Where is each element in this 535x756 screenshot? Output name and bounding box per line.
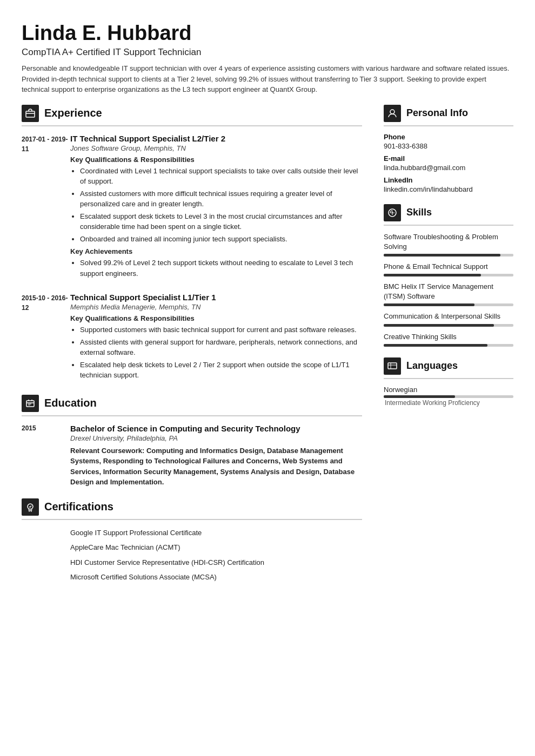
experience-icon	[22, 105, 39, 122]
personal-info-header: Personal Info	[384, 105, 513, 126]
svg-point-6	[392, 212, 393, 213]
skill-item-2: Phone & Email Technical Support	[384, 262, 513, 276]
skill-bar-bg-3	[384, 303, 513, 306]
skill-name-3: BMC Helix IT Service Management (ITSM) S…	[384, 282, 513, 301]
phone-block: Phone 901-833-6388	[384, 133, 513, 150]
experience-section-header: Experience	[22, 105, 362, 126]
svg-point-4	[390, 110, 394, 114]
language-proficiency-1: Intermediate Working Proficiency	[384, 399, 513, 407]
languages-section: Languages Norwegian Intermediate Working…	[384, 357, 513, 407]
skills-icon	[384, 204, 401, 221]
education-icon	[22, 395, 39, 412]
linkedin-block: LinkedIn linkedin.com/in/lindahubbard	[384, 176, 513, 193]
skills-header: Skills	[384, 204, 513, 226]
cert-item-3: HDI Customer Service Representative (HDI…	[70, 557, 362, 568]
skill-name-1: Software Troubleshooting & Problem Solvi…	[384, 232, 513, 252]
language-item-1: Norwegian Intermediate Working Proficien…	[384, 386, 513, 407]
exp-achieve-heading-1: Key Achievements	[70, 247, 362, 255]
certifications-section-header: Certifications	[22, 498, 362, 520]
email-value: linda.hubbard@gmail.com	[384, 164, 513, 172]
exp-qual-item: Onboarded and trained all incoming junio…	[80, 234, 362, 245]
experience-label: Experience	[44, 107, 102, 119]
svg-rect-7	[388, 363, 397, 369]
cert-item-2: AppleCare Mac Technician (ACMT)	[70, 542, 362, 553]
coursework-label: Relevant Coursework:	[70, 447, 144, 455]
exp-qual-item: Supported customers with basic technical…	[80, 325, 362, 335]
certifications-list: Google IT Support Professional Certifica…	[22, 528, 362, 583]
cert-item-1: Google IT Support Professional Certifica…	[70, 528, 362, 538]
svg-rect-0	[26, 111, 35, 117]
exp-date-2: 2015-10 - 2016-12	[22, 293, 70, 384]
personal-info-section: Personal Info Phone 901-833-6388 E-mail …	[384, 105, 513, 193]
header: Linda E. Hubbard CompTIA A+ Certified IT…	[22, 22, 513, 95]
certifications-icon	[22, 498, 39, 516]
skill-item-5: Creative Thinking Skills	[384, 332, 513, 347]
exp-qual-heading-1: Key Qualifications & Responsibilities	[70, 156, 362, 164]
skills-label: Skills	[406, 207, 432, 218]
exp-company-1: Jones Software Group, Memphis, TN	[70, 144, 362, 152]
exp-qual-list-1: Coordinated with Level 1 technical suppo…	[70, 166, 362, 245]
languages-icon	[384, 357, 401, 375]
skill-bar-fill-2	[384, 274, 481, 276]
cert-item-4: Microsoft Certified Solutions Associate …	[70, 572, 362, 583]
exp-qual-heading-2: Key Qualifications & Responsibilities	[70, 314, 362, 322]
skill-bar-bg-1	[384, 254, 513, 256]
exp-qual-item: Assisted clients with general support fo…	[80, 337, 362, 358]
skills-section: Skills Software Troubleshooting & Proble…	[384, 204, 513, 347]
personal-info-icon	[384, 105, 401, 122]
exp-date-1: 2017-01 - 2019-11	[22, 134, 70, 282]
experience-entry-1: 2017-01 - 2019-11 IT Technical Support S…	[22, 134, 362, 282]
exp-title-1: IT Technical Support Specialist L2/Tier …	[70, 134, 362, 143]
skill-item-4: Communication & Interpersonal Skills	[384, 312, 513, 326]
education-section-header: Education	[22, 395, 362, 416]
exp-achieve-item: Solved 99.2% of Level 2 tech support tic…	[80, 258, 362, 279]
linkedin-value: linkedin.com/in/lindahubbard	[384, 185, 513, 193]
skill-item-1: Software Troubleshooting & Problem Solvi…	[384, 232, 513, 256]
skill-bar-fill-5	[384, 344, 487, 347]
skill-bar-bg-4	[384, 324, 513, 327]
skill-bar-bg-5	[384, 344, 513, 347]
education-label: Education	[44, 397, 97, 409]
phone-value: 901-833-6388	[384, 142, 513, 150]
exp-qual-item: Escalated help desk tickets to Level 2 /…	[80, 360, 362, 381]
skill-name-4: Communication & Interpersonal Skills	[384, 312, 513, 321]
left-column: Experience 2017-01 - 2019-11 IT Technica…	[22, 105, 378, 735]
lang-bar-bg-1	[384, 395, 513, 398]
language-name-1: Norwegian	[384, 386, 513, 394]
skill-bar-fill-4	[384, 324, 494, 327]
exp-qual-item: Assisted customers with more difficult t…	[80, 188, 362, 210]
exp-achieve-list-1: Solved 99.2% of Level 2 tech support tic…	[70, 258, 362, 279]
candidate-name: Linda E. Hubbard	[22, 22, 513, 45]
resume-page: Linda E. Hubbard CompTIA A+ Certified IT…	[0, 0, 535, 756]
personal-info-label: Personal Info	[406, 107, 468, 119]
edu-title-1: Bachelor of Science in Computing and Sec…	[70, 424, 362, 433]
skill-name-2: Phone & Email Technical Support	[384, 262, 513, 272]
email-label: E-mail	[384, 154, 513, 163]
candidate-title: CompTIA A+ Certified IT Support Technici…	[22, 47, 513, 58]
phone-label: Phone	[384, 133, 513, 141]
linkedin-label: LinkedIn	[384, 176, 513, 184]
exp-body-2: Technical Support Specialist L1/Tier 1 M…	[70, 293, 362, 384]
edu-date-1: 2015	[22, 424, 70, 488]
skill-item-3: BMC Helix IT Service Management (ITSM) S…	[384, 282, 513, 306]
exp-company-2: Memphis Media Menagerie, Memphis, TN	[70, 303, 362, 311]
skill-bar-fill-3	[384, 303, 474, 306]
skill-name-5: Creative Thinking Skills	[384, 332, 513, 342]
experience-entry-2: 2015-10 - 2016-12 Technical Support Spec…	[22, 293, 362, 384]
edu-institution-1: Drexel University, Philadelphia, PA	[70, 434, 362, 442]
exp-body-1: IT Technical Support Specialist L2/Tier …	[70, 134, 362, 282]
exp-qual-list-2: Supported customers with basic technical…	[70, 325, 362, 381]
languages-header: Languages	[384, 357, 513, 379]
edu-body-1: Bachelor of Science in Computing and Sec…	[70, 424, 362, 488]
certifications-label: Certifications	[44, 501, 113, 513]
exp-qual-item: Escalated support desk tickets to Level …	[80, 211, 362, 232]
lang-bar-fill-1	[384, 395, 455, 398]
skill-bar-fill-1	[384, 254, 500, 256]
edu-coursework-1: Relevant Coursework: Computing and Infor…	[70, 446, 362, 488]
right-column: Personal Info Phone 901-833-6388 E-mail …	[378, 105, 513, 735]
email-block: E-mail linda.hubbard@gmail.com	[384, 154, 513, 172]
education-entry-1: 2015 Bachelor of Science in Computing an…	[22, 424, 362, 488]
exp-title-2: Technical Support Specialist L1/Tier 1	[70, 293, 362, 302]
main-content: Experience 2017-01 - 2019-11 IT Technica…	[22, 105, 513, 735]
exp-qual-item: Coordinated with Level 1 technical suppo…	[80, 166, 362, 187]
